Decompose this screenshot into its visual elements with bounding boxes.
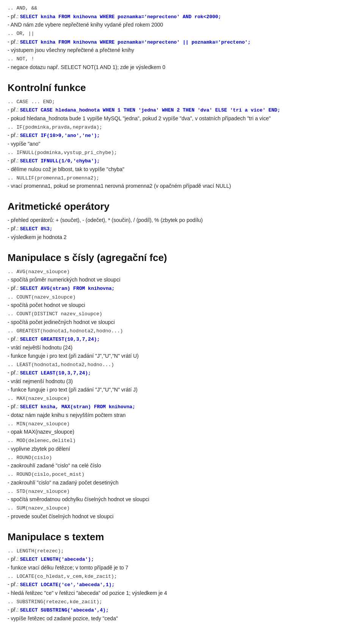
line-or: .. OR, || xyxy=(8,29,356,38)
section-cisla: Manipulace s čísly (agregační fce) .. AV… xyxy=(8,250,356,521)
line-count-distinct-desc: - spočítá počet jedinečných hodnot ve sl… xyxy=(8,318,356,326)
line-least-result: - vrátí nejmenší hodnotu (3) xyxy=(8,377,356,385)
line-std-desc: - spočítá směrodatnou odchylku číselných… xyxy=(8,495,356,503)
line-arith-result: - výsledkem je hodnota 2 xyxy=(8,233,356,241)
line-ifnull: .. IFNULL(podminka,vystup_pri_chybe); xyxy=(8,148,356,157)
line-case-desc: - pokud hledana_hodnota bude 1 vypíše My… xyxy=(8,115,356,123)
line-mod: .. MOD(delenec,delitel) xyxy=(8,436,356,445)
line-length-ex: - př.: SELECT LENGTH('abeceda'); xyxy=(8,555,356,563)
line-nullif-desc: - vrací promenna1, pokud se promenna1 ne… xyxy=(8,182,356,190)
line-if: .. IF(podminka,pravda,nepravda); xyxy=(8,123,356,131)
line-mod-desc: - vyplivne zbytek po dělení xyxy=(8,445,356,453)
line-round2: .. ROUND(cislo,pocet_mist) xyxy=(8,470,356,478)
line-sum: .. SUM(nazev_sloupce) xyxy=(8,504,356,512)
line-case-ex: - př.: SELECT CASE hledana_hodnota WHEN … xyxy=(8,106,356,114)
heading-text: Manipulace s textem xyxy=(8,530,356,544)
line-min: .. MIN(nazev_sloupce) xyxy=(8,420,356,428)
line-max-desc: - dotaz nám najde knihu s nejvyšším počt… xyxy=(8,411,356,419)
line-round-desc: - zaokrouhlí zadané "cislo" na celé čísl… xyxy=(8,462,356,470)
line-round2-desc: - zaokrouhlí "cislo" na zadaný počet des… xyxy=(8,479,356,487)
line-greatest-result: - vrátí největší hodnotu (24) xyxy=(8,344,356,352)
line-and-ex: - př.: SELECT kniha FROM knihovna WHERE … xyxy=(8,13,356,21)
line-max: .. MAX(nazev_sloupce) xyxy=(8,394,356,403)
line-locate-ex: - př.: SELECT LOCATE('ce','abeceda',1); xyxy=(8,580,356,589)
line-substring: .. SUBSTRING(retezec,kde_zacit); xyxy=(8,598,356,606)
line-if-ex: - př.: SELECT IF(10>9,'ano','ne'); xyxy=(8,131,356,140)
line-not-desc: - negace dotazu např. SELECT NOT(1 AND 1… xyxy=(8,63,356,71)
line-locate-desc: - hledá řetězec "ce" v řetězci "abeceda"… xyxy=(8,589,356,597)
line-length: .. LENGTH(retezec); xyxy=(8,547,356,555)
line-arith-desc: - přehled operátorů: + (součet), - (odeč… xyxy=(8,216,356,224)
line-substring-desc: - vypíše řetězec od zadané pozice, tedy … xyxy=(8,615,356,623)
heading-cisla: Manipulace s čísly (agregační fce) xyxy=(8,250,356,265)
section-kontrolni-funkce: Kontrolní funkce .. CASE ... END; - př.:… xyxy=(8,80,356,190)
line-max-ex: - př.: SELECT kniha, MAX(stran) FROM kni… xyxy=(8,403,356,411)
line-substring-ex: - př.: SELECT SUBSTRING('abeceda',4); xyxy=(8,606,356,614)
line-greatest-ex: - př.: SELECT GREATEST(10,3,7,24); xyxy=(8,335,356,343)
heading-kontrolni-funkce: Kontrolní funkce xyxy=(8,80,356,95)
line-or-ex: - př.: SELECT kniha FROM knihovna WHERE … xyxy=(8,38,356,46)
heading-aritmeticke: Aritmetické operátory xyxy=(8,199,356,214)
line-count-desc: - spočítá počet hodnot ve sloupci xyxy=(8,301,356,309)
line-and-desc: - AND nám zde vybere nepřečtené knihy vy… xyxy=(8,21,356,29)
line-count-distinct: .. COUNT(DISTINCT nazev_sloupce) xyxy=(8,310,356,318)
line-not: .. NOT, ! xyxy=(8,55,356,63)
line-greatest-text: - funkce funguje i pro text (při zadání … xyxy=(8,352,356,360)
line-arith-ex: - př.: SELECT 8%3; xyxy=(8,225,356,233)
line-count: .. COUNT(nazev_sloupce) xyxy=(8,293,356,301)
line-least-text: - funkce funguje i pro text (při zadání … xyxy=(8,386,356,394)
line-std: .. STD(nazev_sloupce) xyxy=(8,487,356,495)
line-least: .. LEAST(hodnota1,hodnota2,hodno...) xyxy=(8,360,356,369)
line-ifnull-desc: - dělíme nulou což je blbost, tak to vyp… xyxy=(8,165,356,173)
line-least-ex: - př.: SELECT LEAST(10,3,7,24); xyxy=(8,369,356,377)
intro-section: .. AND, && - př.: SELECT kniha FROM knih… xyxy=(8,4,356,71)
line-sum-desc: - provede součet číselných hodnot ve slo… xyxy=(8,513,356,521)
line-and: .. AND, && xyxy=(8,4,356,12)
line-nullif: .. NULLIF(promenna1,promenna2); xyxy=(8,174,356,182)
line-avg-ex: - př.: SELECT AVG(stran) FROM knihovna; xyxy=(8,284,356,293)
section-aritmeticke: Aritmetické operátory - přehled operátor… xyxy=(8,199,356,241)
section-text: Manipulace s textem .. LENGTH(retezec); … xyxy=(8,530,356,623)
line-avg-desc: - spočítá průměr numerických hodnot ve s… xyxy=(8,276,356,284)
line-if-desc: - vypíše "ano" xyxy=(8,140,356,148)
line-min-desc: - opak MAX(nazev_sloupce) xyxy=(8,428,356,436)
line-avg: .. AVG(nazev_sloupce) xyxy=(8,267,356,276)
line-locate: .. LOCATE(co_hledat,v_cem,kde_zacit); xyxy=(8,572,356,580)
line-case: .. CASE ... END; xyxy=(8,98,356,106)
line-greatest: .. GREATEST(hodnota1,hodnota2,hodno...) xyxy=(8,327,356,335)
line-round: .. ROUND(cislo) xyxy=(8,453,356,462)
line-or-desc: - výstupem jsou všechny nepřečtené a pře… xyxy=(8,46,356,54)
line-ifnull-ex: - př.: SELECT IFNULL(1/0,'chyba'); xyxy=(8,157,356,165)
line-length-desc: - funkce vrací délku řetězce; v tomto př… xyxy=(8,564,356,572)
page-content: .. AND, && - př.: SELECT kniha FROM knih… xyxy=(8,4,356,623)
